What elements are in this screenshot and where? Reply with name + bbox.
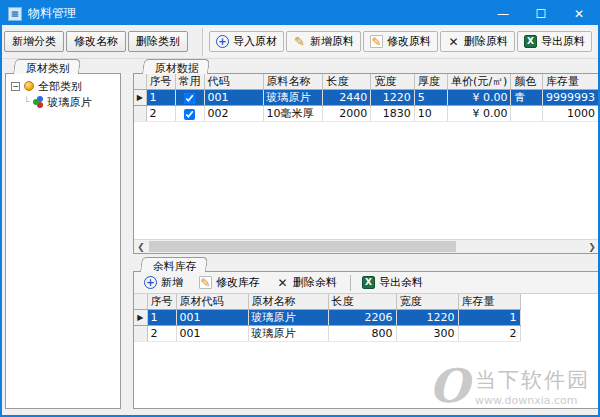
tab-label: 余料库存	[153, 259, 197, 274]
pencil-icon: ✎	[293, 35, 306, 48]
minimize-button[interactable]: —	[484, 2, 522, 25]
import-material-button[interactable]: + 导入原材	[209, 31, 284, 52]
edit-icon: ✎	[199, 276, 212, 289]
cell: 001	[176, 326, 248, 342]
delete-remnant-button[interactable]: ✕ 删除余料	[269, 272, 344, 293]
tab-remnant-stock[interactable]: 余料库存	[140, 257, 208, 272]
plus-circle-icon: +	[144, 276, 157, 289]
column-header[interactable]: 库存量	[542, 74, 598, 90]
delete-material-button[interactable]: ✕ 删除原料	[440, 31, 515, 52]
edit-icon: ✎	[370, 35, 383, 48]
row-selector-header	[134, 294, 147, 310]
column-header[interactable]: 单价(元/㎡)	[448, 74, 511, 90]
button-label: 删除原料	[464, 34, 508, 49]
tab-material-data[interactable]: 原材数据	[142, 59, 210, 74]
column-header[interactable]: 原材名称	[248, 294, 328, 310]
row-selector	[134, 326, 147, 342]
cell: 10	[414, 106, 447, 122]
remnants-pane: + 新增 ✎ 修改库存 ✕ 删除余料 X 导出余料 序号原材代码原材名称长度宽度…	[133, 271, 599, 409]
main-toolbar: 新增分类 修改名称 删除类别 + 导入原材 ✎ 新增原料 ✎ 修改原料 ✕ 删除…	[2, 25, 598, 59]
app-icon: ▦	[8, 7, 22, 21]
add-material-button[interactable]: ✎ 新增原料	[286, 31, 361, 52]
cell: 9999993	[542, 90, 598, 106]
column-header[interactable]: 序号	[147, 294, 176, 310]
export-material-button[interactable]: X 导出原料	[517, 31, 592, 52]
cell: 玻璃原片	[263, 90, 323, 106]
cell: 5	[414, 90, 447, 106]
table-row[interactable]: ▶1001玻璃原片220612201	[134, 310, 520, 326]
horizontal-scrollbar[interactable]: ❮ ❯	[134, 239, 599, 253]
tree-node-all-categories[interactable]: − 全部类别	[6, 78, 120, 94]
cell: 1830	[371, 106, 415, 122]
cell	[511, 106, 543, 122]
cell: 001	[176, 310, 248, 326]
table-row[interactable]: 2001玻璃原片8003002	[134, 326, 520, 342]
plus-circle-icon: +	[216, 35, 229, 48]
excel-icon: X	[524, 35, 537, 48]
maximize-button[interactable]: ☐	[522, 2, 560, 25]
rename-category-button[interactable]: 修改名称	[66, 31, 126, 52]
category-tree-panel: − 全部类别 └ 玻璃原片	[5, 73, 121, 409]
column-header[interactable]: 库存量	[458, 294, 520, 310]
tab-label: 原材类别	[26, 61, 70, 76]
cell: 300	[396, 326, 458, 342]
add-remnant-button[interactable]: + 新增	[137, 272, 190, 293]
category-root-icon	[24, 81, 34, 91]
row-selector	[134, 106, 146, 122]
edit-stock-button[interactable]: ✎ 修改库存	[192, 272, 267, 293]
common-checkbox[interactable]	[184, 109, 195, 120]
collapse-icon[interactable]: −	[11, 82, 20, 91]
cell: 1220	[396, 310, 458, 326]
column-header[interactable]: 宽度	[396, 294, 458, 310]
cell: 2	[146, 106, 175, 122]
table-row[interactable]: ▶1001玻璃原片244012205¥ 0.00青9999993	[134, 90, 599, 106]
common-checkbox[interactable]	[184, 93, 195, 104]
tab-material-category[interactable]: 原材类别	[13, 59, 81, 74]
cell	[175, 90, 204, 106]
scroll-left-icon[interactable]: ❮	[134, 240, 148, 253]
tab-label: 原材数据	[155, 61, 199, 76]
tree-node-label: 玻璃原片	[47, 95, 91, 110]
export-remnant-button[interactable]: X 导出余料	[355, 272, 430, 293]
column-header[interactable]: 原材代码	[176, 294, 248, 310]
column-header[interactable]: 宽度	[371, 74, 415, 90]
column-header[interactable]: 代码	[204, 74, 263, 90]
row-selector: ▶	[134, 90, 146, 106]
button-label: 新增	[161, 275, 183, 290]
window-title: 物料管理	[28, 5, 76, 22]
delete-category-button[interactable]: 删除类别	[128, 31, 188, 52]
excel-icon: X	[362, 276, 375, 289]
cell	[175, 106, 204, 122]
column-header[interactable]: 颜色	[511, 74, 543, 90]
column-header[interactable]: 序号	[146, 74, 175, 90]
cell: 1000	[542, 106, 598, 122]
button-label: 导出余料	[379, 275, 423, 290]
delete-x-icon: ✕	[447, 35, 460, 48]
add-category-button[interactable]: 新增分类	[4, 31, 64, 52]
column-header[interactable]: 常用	[175, 74, 204, 90]
material-toolbar-group: + 导入原材 ✎ 新增原料 ✎ 修改原料 ✕ 删除原料 X 导出原料	[202, 28, 594, 56]
scrollbar-thumb[interactable]	[149, 241, 456, 252]
edit-material-button[interactable]: ✎ 修改原料	[363, 31, 438, 52]
cell: 001	[204, 90, 263, 106]
column-header[interactable]: 原料名称	[263, 74, 323, 90]
tree-connector: └	[24, 97, 29, 107]
column-header[interactable]: 长度	[323, 74, 371, 90]
scroll-right-icon[interactable]: ❯	[585, 240, 599, 253]
toolbar-separator	[350, 275, 351, 291]
cell: 10毫米厚	[263, 106, 323, 122]
column-header[interactable]: 厚度	[414, 74, 447, 90]
close-button[interactable]: ✕	[560, 2, 598, 25]
column-header[interactable]: 长度	[328, 294, 396, 310]
table-row[interactable]: 200210毫米厚2000183010¥ 0.001000	[134, 106, 599, 122]
tree-node-glass-sheet[interactable]: └ 玻璃原片	[6, 94, 120, 110]
row-selector-header	[134, 74, 146, 90]
cell: 2206	[328, 310, 396, 326]
cell: 1	[146, 90, 175, 106]
title-bar: ▦ 物料管理 — ☐ ✕	[2, 2, 598, 25]
delete-x-icon: ✕	[276, 276, 289, 289]
tree-node-label: 全部类别	[38, 79, 82, 94]
button-label: 修改原料	[387, 34, 431, 49]
cell: 1	[147, 310, 176, 326]
button-label: 新增原料	[310, 34, 354, 49]
